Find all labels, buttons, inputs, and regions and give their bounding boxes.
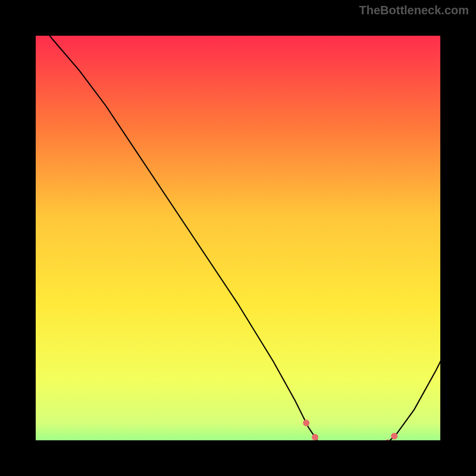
watermark: TheBottleneck.com xyxy=(359,4,469,17)
valley-marker xyxy=(312,434,318,440)
bottleneck-chart xyxy=(0,0,476,476)
valley-marker xyxy=(391,433,397,440)
valley-marker xyxy=(303,419,309,426)
gradient-background xyxy=(18,18,458,458)
